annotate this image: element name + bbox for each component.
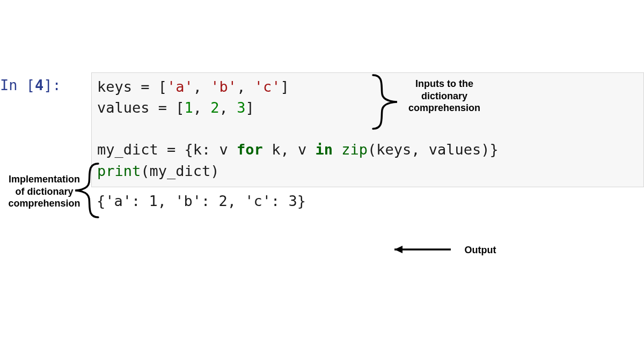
prompt-close: ] [43,77,52,93]
annotation-output: Output [459,244,502,256]
code-line-1: keys = ['a', 'b', 'c'] [97,76,638,97]
prompt-open: [ [26,77,35,93]
code-line-2: values = [1, 2, 3] [97,97,638,118]
prompt-in-label: In [0,77,26,93]
notebook-cell: keys = ['a', 'b', 'c'] values = [1, 2, 3… [91,72,644,211]
svg-marker-1 [394,246,402,253]
arrow-output-icon [394,246,451,253]
prompt-number: 4 [35,77,43,93]
input-prompt: In [4]: [0,77,61,93]
code-line-4: my_dict = {k: v for k, v in zip(keys, va… [97,139,638,160]
prompt-colon: : [53,77,61,93]
annotation-impl-line3: comprehension [0,197,89,210]
code-output-block: {'a': 1, 'b': 2, 'c': 3} [91,187,644,211]
annotation-inputs-line2: dictionary [401,90,487,102]
annotation-impl-line2: of dictionary [0,186,89,198]
code-line-blank [97,118,638,139]
annotation-inputs-line3: comprehension [401,102,487,114]
annotation-inputs: Inputs to the dictionary comprehension [401,78,487,114]
code-line-5: print(my_dict) [97,160,638,181]
annotation-impl-line1: Implementation [0,173,89,186]
annotation-implementation: Implementation of dictionary comprehensi… [0,173,89,210]
code-input-block: keys = ['a', 'b', 'c'] values = [1, 2, 3… [91,72,644,187]
annotation-inputs-line1: Inputs to the [401,78,487,90]
